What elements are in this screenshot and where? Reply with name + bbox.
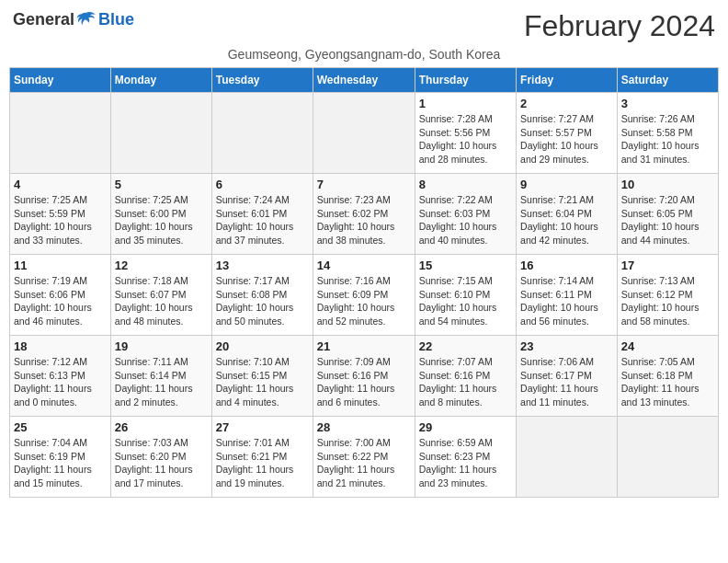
day-of-week-header: Friday (517, 68, 618, 93)
day-info: Sunrise: 7:10 AM Sunset: 6:15 PM Dayligh… (216, 355, 309, 409)
day-info: Sunrise: 7:13 AM Sunset: 6:12 PM Dayligh… (621, 274, 714, 328)
day-number: 21 (317, 339, 411, 353)
calendar-cell: 1Sunrise: 7:28 AM Sunset: 5:56 PM Daylig… (415, 93, 516, 174)
day-info: Sunrise: 7:17 AM Sunset: 6:08 PM Dayligh… (216, 274, 309, 328)
day-number: 12 (115, 259, 208, 272)
day-number: 6 (216, 178, 309, 191)
day-number: 20 (216, 339, 309, 353)
day-number: 22 (419, 339, 512, 353)
day-info: Sunrise: 7:00 AM Sunset: 6:22 PM Dayligh… (317, 436, 411, 490)
day-number: 9 (520, 178, 613, 191)
location: Geumseong, Gyeongsangnam-do, South Korea (9, 47, 719, 62)
calendar-cell: 11Sunrise: 7:19 AM Sunset: 6:06 PM Dayli… (10, 255, 111, 336)
day-number: 14 (317, 259, 411, 272)
calendar-header: SundayMondayTuesdayWednesdayThursdayFrid… (10, 68, 719, 93)
day-info: Sunrise: 7:22 AM Sunset: 6:03 PM Dayligh… (419, 193, 512, 247)
calendar-cell: 4Sunrise: 7:25 AM Sunset: 5:59 PM Daylig… (10, 174, 111, 255)
day-info: Sunrise: 7:26 AM Sunset: 5:58 PM Dayligh… (621, 112, 714, 167)
day-info: Sunrise: 7:25 AM Sunset: 6:00 PM Dayligh… (115, 193, 208, 247)
day-info: Sunrise: 7:25 AM Sunset: 5:59 PM Dayligh… (14, 193, 107, 247)
calendar-cell (517, 417, 618, 498)
day-number: 16 (520, 259, 613, 272)
day-number: 4 (14, 178, 107, 191)
day-number: 25 (14, 420, 107, 434)
calendar-table: SundayMondayTuesdayWednesdayThursdayFrid… (9, 67, 719, 498)
calendar-cell: 25Sunrise: 7:04 AM Sunset: 6:19 PM Dayli… (10, 417, 111, 498)
day-info: Sunrise: 7:18 AM Sunset: 6:07 PM Dayligh… (115, 274, 208, 328)
calendar-cell: 29Sunrise: 6:59 AM Sunset: 6:23 PM Dayli… (415, 417, 516, 498)
logo-blue-text: Blue (98, 11, 134, 28)
day-number: 3 (621, 97, 714, 110)
day-number: 8 (419, 178, 512, 191)
calendar-cell: 24Sunrise: 7:05 AM Sunset: 6:18 PM Dayli… (617, 336, 718, 417)
calendar-cell: 5Sunrise: 7:25 AM Sunset: 6:00 PM Daylig… (110, 174, 211, 255)
day-info: Sunrise: 7:21 AM Sunset: 6:04 PM Dayligh… (520, 193, 613, 247)
calendar-cell: 8Sunrise: 7:22 AM Sunset: 6:03 PM Daylig… (415, 174, 516, 255)
day-info: Sunrise: 7:28 AM Sunset: 5:56 PM Dayligh… (419, 112, 512, 167)
week-row: 18Sunrise: 7:12 AM Sunset: 6:13 PM Dayli… (10, 336, 719, 417)
day-number: 13 (216, 259, 309, 272)
day-info: Sunrise: 7:11 AM Sunset: 6:14 PM Dayligh… (115, 355, 208, 409)
day-info: Sunrise: 6:59 AM Sunset: 6:23 PM Dayligh… (419, 436, 512, 490)
week-row: 4Sunrise: 7:25 AM Sunset: 5:59 PM Daylig… (10, 174, 719, 255)
day-number: 10 (621, 178, 714, 191)
header-row: SundayMondayTuesdayWednesdayThursdayFrid… (10, 68, 719, 93)
calendar-cell: 27Sunrise: 7:01 AM Sunset: 6:21 PM Dayli… (211, 417, 313, 498)
day-number: 7 (317, 178, 411, 191)
day-info: Sunrise: 7:06 AM Sunset: 6:17 PM Dayligh… (520, 355, 613, 409)
week-row: 1Sunrise: 7:28 AM Sunset: 5:56 PM Daylig… (10, 93, 719, 174)
day-info: Sunrise: 7:01 AM Sunset: 6:21 PM Dayligh… (216, 436, 309, 490)
calendar-cell: 20Sunrise: 7:10 AM Sunset: 6:15 PM Dayli… (211, 336, 313, 417)
logo-bird-icon (76, 9, 97, 29)
calendar-cell: 15Sunrise: 7:15 AM Sunset: 6:10 PM Dayli… (415, 255, 516, 336)
calendar-cell: 14Sunrise: 7:16 AM Sunset: 6:09 PM Dayli… (313, 255, 415, 336)
calendar-cell: 17Sunrise: 7:13 AM Sunset: 6:12 PM Dayli… (617, 255, 718, 336)
day-number: 23 (520, 339, 613, 353)
day-info: Sunrise: 7:20 AM Sunset: 6:05 PM Dayligh… (621, 193, 714, 247)
calendar-cell: 19Sunrise: 7:11 AM Sunset: 6:14 PM Dayli… (110, 336, 211, 417)
week-row: 11Sunrise: 7:19 AM Sunset: 6:06 PM Dayli… (10, 255, 719, 336)
day-info: Sunrise: 7:12 AM Sunset: 6:13 PM Dayligh… (14, 355, 107, 409)
calendar-cell (110, 93, 211, 174)
day-info: Sunrise: 7:14 AM Sunset: 6:11 PM Dayligh… (520, 274, 613, 328)
day-info: Sunrise: 7:19 AM Sunset: 6:06 PM Dayligh… (14, 274, 107, 328)
calendar-cell: 6Sunrise: 7:24 AM Sunset: 6:01 PM Daylig… (211, 174, 313, 255)
calendar-cell (313, 93, 415, 174)
day-info: Sunrise: 7:07 AM Sunset: 6:16 PM Dayligh… (419, 355, 512, 409)
calendar-cell: 23Sunrise: 7:06 AM Sunset: 6:17 PM Dayli… (517, 336, 618, 417)
day-number: 26 (115, 420, 208, 434)
calendar-cell (617, 417, 718, 498)
week-row: 25Sunrise: 7:04 AM Sunset: 6:19 PM Dayli… (10, 417, 719, 498)
day-info: Sunrise: 7:05 AM Sunset: 6:18 PM Dayligh… (621, 355, 714, 409)
calendar-cell: 2Sunrise: 7:27 AM Sunset: 5:57 PM Daylig… (517, 93, 618, 174)
day-number: 29 (419, 420, 512, 434)
day-number: 19 (115, 339, 208, 353)
day-number: 5 (115, 178, 208, 191)
calendar-cell: 12Sunrise: 7:18 AM Sunset: 6:07 PM Dayli… (110, 255, 211, 336)
calendar-cell (211, 93, 313, 174)
day-of-week-header: Wednesday (313, 68, 415, 93)
calendar-cell: 13Sunrise: 7:17 AM Sunset: 6:08 PM Dayli… (211, 255, 313, 336)
calendar-cell (10, 93, 111, 174)
day-of-week-header: Tuesday (211, 68, 313, 93)
day-number: 2 (520, 97, 613, 110)
title-area: February 2024 (524, 9, 715, 43)
calendar-cell: 21Sunrise: 7:09 AM Sunset: 6:16 PM Dayli… (313, 336, 415, 417)
calendar-body: 1Sunrise: 7:28 AM Sunset: 5:56 PM Daylig… (10, 93, 719, 498)
day-of-week-header: Monday (110, 68, 211, 93)
calendar-cell: 7Sunrise: 7:23 AM Sunset: 6:02 PM Daylig… (313, 174, 415, 255)
month-title: February 2024 (524, 9, 715, 43)
day-of-week-header: Sunday (10, 68, 111, 93)
day-info: Sunrise: 7:23 AM Sunset: 6:02 PM Dayligh… (317, 193, 411, 247)
calendar-cell: 22Sunrise: 7:07 AM Sunset: 6:16 PM Dayli… (415, 336, 516, 417)
day-number: 27 (216, 420, 309, 434)
calendar-cell: 10Sunrise: 7:20 AM Sunset: 6:05 PM Dayli… (617, 174, 718, 255)
day-info: Sunrise: 7:09 AM Sunset: 6:16 PM Dayligh… (317, 355, 411, 409)
day-number: 17 (621, 259, 714, 272)
day-info: Sunrise: 7:27 AM Sunset: 5:57 PM Dayligh… (520, 112, 613, 167)
logo-general-text: General (13, 11, 74, 28)
page-header: General Blue February 2024 (9, 9, 719, 43)
day-info: Sunrise: 7:04 AM Sunset: 6:19 PM Dayligh… (14, 436, 107, 490)
calendar-cell: 26Sunrise: 7:03 AM Sunset: 6:20 PM Dayli… (110, 417, 211, 498)
day-of-week-header: Saturday (617, 68, 718, 93)
